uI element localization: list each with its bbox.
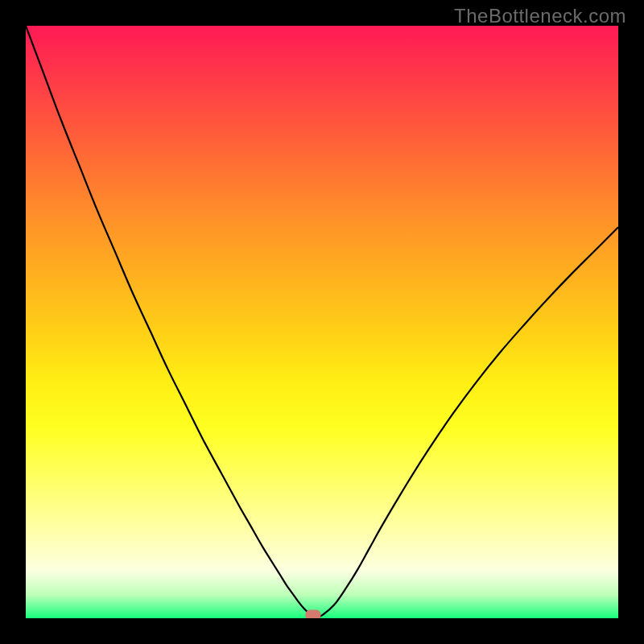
bottleneck-curve [26, 26, 618, 617]
plot-svg [26, 26, 618, 618]
chart-frame: TheBottleneck.com [0, 0, 644, 644]
watermark-text: TheBottleneck.com [454, 5, 626, 27]
optimum-marker [306, 610, 320, 618]
